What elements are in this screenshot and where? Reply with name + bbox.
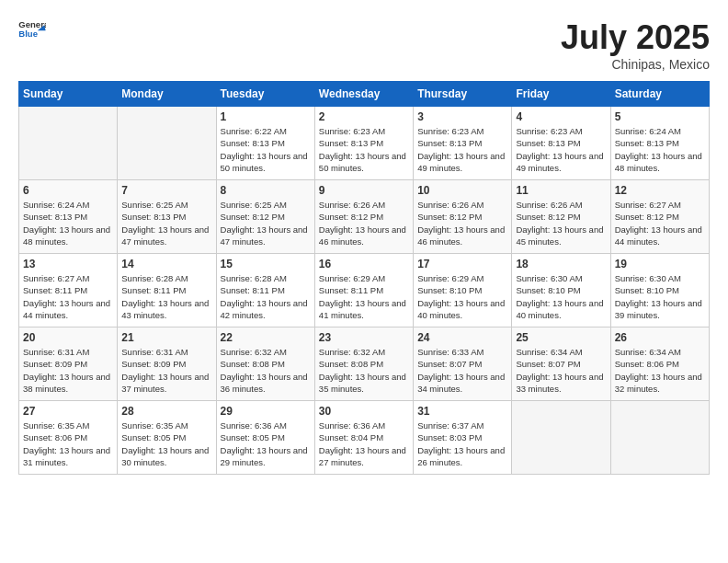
- sunrise-label: Sunrise: 6:26 AM: [516, 200, 582, 210]
- day-info: Sunrise: 6:32 AM Sunset: 8:08 PM Dayligh…: [319, 346, 409, 395]
- calendar-day-cell: 20 Sunrise: 6:31 AM Sunset: 8:09 PM Dayl…: [19, 327, 118, 401]
- day-number: 19: [615, 258, 705, 270]
- day-number: 23: [319, 331, 409, 344]
- daylight-label: Daylight: 13 hours and 50 minutes.: [319, 151, 406, 173]
- sunset-label: Sunset: 8:11 PM: [221, 285, 285, 295]
- day-number: 16: [319, 258, 409, 270]
- sunrise-label: Sunrise: 6:25 AM: [221, 200, 287, 210]
- calendar-day-cell: 9 Sunrise: 6:26 AM Sunset: 8:12 PM Dayli…: [314, 180, 413, 254]
- sunset-label: Sunset: 8:11 PM: [319, 285, 383, 295]
- day-number: 13: [23, 258, 113, 270]
- calendar-header: SundayMondayTuesdayWednesdayThursdayFrid…: [19, 82, 710, 107]
- day-info: Sunrise: 6:27 AM Sunset: 8:12 PM Dayligh…: [615, 199, 705, 247]
- day-info: Sunrise: 6:23 AM Sunset: 8:13 PM Dayligh…: [516, 125, 606, 174]
- sunrise-label: Sunrise: 6:24 AM: [615, 126, 681, 136]
- daylight-label: Daylight: 13 hours and 49 minutes.: [516, 151, 603, 173]
- sunset-label: Sunset: 8:05 PM: [121, 432, 186, 442]
- sunrise-label: Sunrise: 6:28 AM: [121, 273, 188, 283]
- calendar-day-cell: [118, 107, 216, 180]
- calendar-day-cell: 17 Sunrise: 6:29 AM Sunset: 8:10 PM Dayl…: [414, 254, 512, 327]
- calendar-day-cell: 23 Sunrise: 6:32 AM Sunset: 8:08 PM Dayl…: [314, 327, 413, 401]
- day-info: Sunrise: 6:28 AM Sunset: 8:11 PM Dayligh…: [221, 272, 311, 321]
- calendar-table: SundayMondayTuesdayWednesdayThursdayFrid…: [18, 81, 710, 475]
- sunset-label: Sunset: 8:13 PM: [319, 138, 383, 148]
- day-number: 17: [417, 258, 507, 270]
- sunset-label: Sunset: 8:13 PM: [23, 212, 87, 222]
- day-info: Sunrise: 6:26 AM Sunset: 8:12 PM Dayligh…: [319, 199, 409, 247]
- sunset-label: Sunset: 8:11 PM: [121, 285, 186, 295]
- daylight-label: Daylight: 13 hours and 47 minutes.: [121, 224, 209, 247]
- weekday-header-row: SundayMondayTuesdayWednesdayThursdayFrid…: [19, 82, 710, 107]
- sunset-label: Sunset: 8:09 PM: [23, 359, 87, 369]
- month-title: July 2025: [561, 18, 710, 57]
- sunrise-label: Sunrise: 6:29 AM: [319, 273, 385, 283]
- svg-text:Blue: Blue: [18, 29, 38, 39]
- sunset-label: Sunset: 8:08 PM: [221, 359, 285, 369]
- day-info: Sunrise: 6:23 AM Sunset: 8:13 PM Dayligh…: [319, 125, 409, 174]
- calendar-day-cell: 19 Sunrise: 6:30 AM Sunset: 8:10 PM Dayl…: [610, 254, 709, 327]
- sunrise-label: Sunrise: 6:35 AM: [121, 420, 188, 431]
- day-info: Sunrise: 6:30 AM Sunset: 8:10 PM Dayligh…: [516, 272, 606, 321]
- day-info: Sunrise: 6:29 AM Sunset: 8:10 PM Dayligh…: [417, 272, 507, 321]
- page-header: General Blue July 2025 Chinipas, Mexico: [18, 18, 710, 72]
- sunset-label: Sunset: 8:12 PM: [516, 212, 580, 222]
- day-number: 24: [417, 331, 507, 344]
- sunrise-label: Sunrise: 6:24 AM: [23, 200, 89, 210]
- sunrise-label: Sunrise: 6:30 AM: [615, 273, 681, 283]
- day-number: 3: [417, 110, 507, 123]
- daylight-label: Daylight: 13 hours and 36 minutes.: [221, 372, 308, 394]
- daylight-label: Daylight: 13 hours and 38 minutes.: [23, 372, 110, 394]
- calendar-day-cell: 24 Sunrise: 6:33 AM Sunset: 8:07 PM Dayl…: [414, 327, 512, 401]
- day-info: Sunrise: 6:24 AM Sunset: 8:13 PM Dayligh…: [615, 125, 705, 174]
- sunset-label: Sunset: 8:05 PM: [221, 432, 285, 442]
- calendar-day-cell: 31 Sunrise: 6:37 AM Sunset: 8:03 PM Dayl…: [414, 401, 512, 475]
- calendar-day-cell: 6 Sunrise: 6:24 AM Sunset: 8:13 PM Dayli…: [19, 180, 118, 254]
- sunrise-label: Sunrise: 6:31 AM: [23, 347, 89, 357]
- day-number: 31: [417, 405, 507, 418]
- daylight-label: Daylight: 13 hours and 44 minutes.: [23, 298, 110, 320]
- calendar-day-cell: 10 Sunrise: 6:26 AM Sunset: 8:12 PM Dayl…: [414, 180, 512, 254]
- daylight-label: Daylight: 13 hours and 49 minutes.: [417, 151, 505, 173]
- sunrise-label: Sunrise: 6:23 AM: [319, 126, 385, 136]
- daylight-label: Daylight: 13 hours and 29 minutes.: [221, 445, 308, 467]
- sunrise-label: Sunrise: 6:30 AM: [516, 273, 582, 283]
- weekday-header: Monday: [118, 82, 216, 107]
- calendar-week-row: 20 Sunrise: 6:31 AM Sunset: 8:09 PM Dayl…: [19, 327, 710, 401]
- day-number: 4: [516, 110, 606, 123]
- calendar-day-cell: 12 Sunrise: 6:27 AM Sunset: 8:12 PM Dayl…: [610, 180, 709, 254]
- calendar-day-cell: 28 Sunrise: 6:35 AM Sunset: 8:05 PM Dayl…: [118, 401, 216, 475]
- day-info: Sunrise: 6:29 AM Sunset: 8:11 PM Dayligh…: [319, 272, 409, 321]
- location-subtitle: Chinipas, Mexico: [561, 57, 710, 72]
- calendar-day-cell: [610, 401, 709, 475]
- title-block: July 2025 Chinipas, Mexico: [561, 18, 710, 72]
- calendar-day-cell: 11 Sunrise: 6:26 AM Sunset: 8:12 PM Dayl…: [512, 180, 610, 254]
- daylight-label: Daylight: 13 hours and 43 minutes.: [121, 298, 209, 320]
- daylight-label: Daylight: 13 hours and 40 minutes.: [417, 298, 505, 320]
- day-info: Sunrise: 6:35 AM Sunset: 8:05 PM Dayligh…: [121, 419, 211, 468]
- sunrise-label: Sunrise: 6:26 AM: [417, 200, 483, 210]
- calendar-day-cell: 14 Sunrise: 6:28 AM Sunset: 8:11 PM Dayl…: [118, 254, 216, 327]
- sunrise-label: Sunrise: 6:32 AM: [319, 347, 385, 357]
- day-info: Sunrise: 6:24 AM Sunset: 8:13 PM Dayligh…: [23, 199, 113, 247]
- daylight-label: Daylight: 13 hours and 35 minutes.: [319, 372, 406, 394]
- day-number: 28: [121, 405, 211, 418]
- calendar-day-cell: 1 Sunrise: 6:22 AM Sunset: 8:13 PM Dayli…: [216, 107, 314, 180]
- day-info: Sunrise: 6:26 AM Sunset: 8:12 PM Dayligh…: [516, 199, 606, 247]
- calendar-day-cell: [512, 401, 610, 475]
- day-info: Sunrise: 6:25 AM Sunset: 8:13 PM Dayligh…: [121, 199, 211, 247]
- daylight-label: Daylight: 13 hours and 45 minutes.: [516, 224, 603, 247]
- daylight-label: Daylight: 13 hours and 46 minutes.: [417, 224, 505, 247]
- calendar-day-cell: 30 Sunrise: 6:36 AM Sunset: 8:04 PM Dayl…: [314, 401, 413, 475]
- day-number: 11: [516, 184, 606, 197]
- calendar-day-cell: [19, 107, 118, 180]
- day-number: 20: [23, 331, 113, 344]
- sunrise-label: Sunrise: 6:31 AM: [121, 347, 188, 357]
- daylight-label: Daylight: 13 hours and 26 minutes.: [417, 445, 505, 467]
- calendar-day-cell: 26 Sunrise: 6:34 AM Sunset: 8:06 PM Dayl…: [610, 327, 709, 401]
- sunrise-label: Sunrise: 6:33 AM: [417, 347, 483, 357]
- sunset-label: Sunset: 8:11 PM: [23, 285, 87, 295]
- weekday-header: Sunday: [19, 82, 118, 107]
- sunrise-label: Sunrise: 6:37 AM: [417, 420, 483, 431]
- day-info: Sunrise: 6:34 AM Sunset: 8:06 PM Dayligh…: [615, 346, 705, 395]
- day-info: Sunrise: 6:32 AM Sunset: 8:08 PM Dayligh…: [221, 346, 311, 395]
